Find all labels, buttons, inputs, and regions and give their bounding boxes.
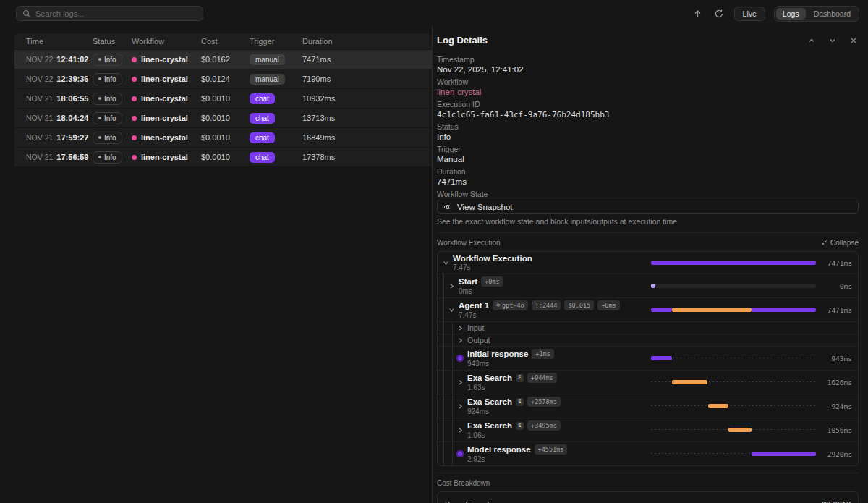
- trace-badge: $0.015: [564, 300, 594, 310]
- next-log-button[interactable]: [827, 35, 838, 46]
- workflow-dot-icon: [132, 57, 137, 62]
- chevron-down-icon[interactable]: [448, 307, 456, 313]
- exa-icon: E: [516, 374, 524, 382]
- chevron-right-icon[interactable]: [456, 403, 464, 410]
- table-row[interactable]: NOV 2118:04:24Infolinen-crystal$0.0010ch…: [14, 108, 432, 127]
- field-label: Duration: [437, 167, 859, 176]
- row-time: 17:56:59: [56, 153, 88, 161]
- indent-guide: [443, 334, 444, 346]
- table-row[interactable]: NOV 2212:41:02Infolinen-crystal$0.0162ma…: [14, 49, 432, 69]
- table-row[interactable]: NOV 2212:39:36Infolinen-crystal$0.0124ma…: [14, 69, 432, 88]
- collapse-button[interactable]: Collapse: [821, 239, 859, 247]
- search-box[interactable]: [16, 6, 203, 21]
- status-label: Info: [104, 95, 116, 103]
- trace-node-name: Model response: [467, 445, 531, 454]
- chevron-right-icon[interactable]: [456, 427, 464, 434]
- table-row[interactable]: NOV 2117:59:27Infolinen-crystal$0.0010ch…: [14, 127, 432, 147]
- row-date: NOV 22: [26, 75, 53, 83]
- workflow-dot-icon: [132, 96, 137, 101]
- trace-node-name: Output: [467, 336, 490, 345]
- trace-row[interactable]: Output: [438, 334, 858, 346]
- cost-row-value: $0.0010: [822, 500, 851, 503]
- refresh-icon: [714, 9, 724, 19]
- row-time: 18:04:24: [56, 114, 88, 122]
- row-duration: 17378ms: [302, 153, 432, 161]
- prev-log-button[interactable]: [807, 35, 817, 46]
- status-dot-icon: [98, 136, 101, 139]
- trigger-badge: manual: [250, 74, 285, 85]
- trace-row[interactable]: Model response+4551ms2.92s2920ms: [438, 441, 858, 465]
- trace-row[interactable]: Input: [438, 321, 858, 334]
- indent-guide: [452, 394, 453, 418]
- row-date: NOV 21: [26, 94, 53, 103]
- status-dot-icon: [98, 97, 101, 100]
- field-label: Workflow State: [437, 190, 859, 198]
- row-date: NOV 22: [26, 55, 53, 64]
- trace-badge-label: +1ms: [535, 350, 550, 358]
- upload-button[interactable]: [692, 8, 704, 20]
- trace-timeline-bar: [651, 404, 816, 408]
- trace-row[interactable]: Exa SearchE+2578ms924ms924ms: [438, 394, 858, 418]
- status-dot-icon: [98, 156, 101, 158]
- trace-node-name: Workflow Execution: [453, 254, 532, 263]
- trace-node-duration: 0ms: [459, 288, 651, 295]
- row-duration: 10932ms: [302, 94, 432, 103]
- trace-row[interactable]: Start+0ms0ms0ms: [438, 274, 858, 297]
- trigger-badge: chat: [250, 132, 275, 143]
- bar-segment: [651, 356, 672, 360]
- cost-section-label: Cost Breakdown: [437, 479, 859, 487]
- field-value: Manual: [437, 155, 859, 164]
- live-button[interactable]: Live: [734, 7, 765, 21]
- status-badge: Info: [93, 54, 122, 66]
- workflow-name: linen-crystal: [141, 153, 188, 161]
- trace-timeline-bar: [651, 428, 816, 432]
- openai-icon: ✻: [496, 301, 500, 310]
- row-duration: 16849ms: [302, 133, 432, 142]
- workflow-name: linen-crystal: [141, 55, 188, 64]
- chevron-right-icon[interactable]: [456, 325, 464, 331]
- trace-row[interactable]: Workflow Execution7.47s7471ms: [438, 252, 858, 274]
- cost-row-label: Base Execution:: [445, 500, 503, 503]
- chevron-right-icon[interactable]: [456, 379, 464, 386]
- close-details-button[interactable]: [848, 35, 859, 46]
- trace-badge-label: +3495ms: [531, 421, 557, 430]
- refresh-button[interactable]: [712, 7, 726, 20]
- chevron-right-icon[interactable]: [448, 283, 456, 289]
- arrow-up-icon: [693, 9, 702, 19]
- log-table: Time Status Workflow Cost Trigger Durati…: [14, 33, 432, 166]
- search-input[interactable]: [35, 9, 197, 18]
- indent-guide: [452, 322, 453, 334]
- trace-badge: +3495ms: [527, 420, 561, 431]
- trace-row[interactable]: Initial response+1ms943ms943ms: [438, 346, 858, 370]
- row-time: 18:06:55: [56, 94, 88, 103]
- column-header-duration: Duration: [302, 37, 432, 46]
- trace-node-name: Exa Search: [467, 421, 512, 430]
- trace-row[interactable]: Exa SearchE+944ms1.63s1626ms: [438, 370, 858, 394]
- indent-guide: [443, 418, 444, 441]
- bar-segment: [752, 308, 816, 312]
- view-snapshot-button[interactable]: View Snapshot: [437, 200, 859, 214]
- trigger-badge: chat: [250, 152, 275, 163]
- chevron-right-icon[interactable]: [456, 337, 464, 344]
- tab-logs[interactable]: Logs: [776, 8, 806, 20]
- row-time: 12:39:36: [56, 75, 88, 83]
- view-snapshot-label: View Snapshot: [457, 203, 513, 211]
- row-cost: $0.0124: [201, 75, 250, 83]
- trace-row[interactable]: Agent 1✻gpt-4oT:2444$0.015+0ms7.47s7471m…: [438, 297, 858, 321]
- field-label: Execution ID: [437, 100, 859, 109]
- workflow-link[interactable]: linen-crystal: [437, 88, 859, 97]
- table-row[interactable]: NOV 2117:56:59Infolinen-crystal$0.0010ch…: [14, 147, 432, 166]
- tab-dashboard[interactable]: Dashboard: [807, 8, 857, 20]
- workflow-dot-icon: [132, 77, 137, 82]
- row-duration: 13713ms: [302, 114, 432, 122]
- workflow-name: linen-crystal: [141, 75, 188, 83]
- trace-row[interactable]: Exa SearchE+3495ms1.06s1056ms: [438, 418, 858, 441]
- details-header: Log Details: [437, 35, 859, 46]
- trace-bar-value: 1056ms: [816, 426, 852, 434]
- chevron-down-icon[interactable]: [442, 260, 450, 266]
- trace-node-duration: 1.63s: [467, 384, 651, 392]
- table-row[interactable]: NOV 2118:06:55Infolinen-crystal$0.0010ch…: [14, 88, 432, 108]
- indent-guide: [443, 394, 444, 418]
- trigger-badge: manual: [250, 54, 285, 65]
- row-cost: $0.0010: [201, 114, 250, 122]
